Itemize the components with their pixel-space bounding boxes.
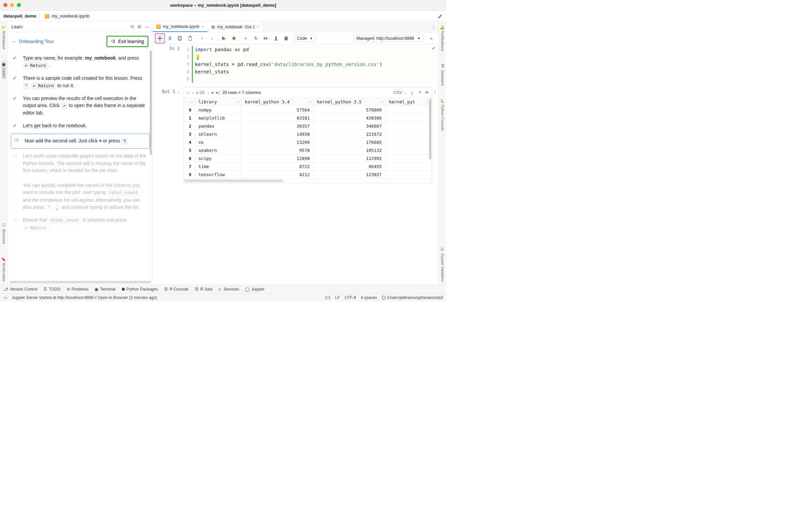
table-row[interactable]: 3sklearn14938222672 — [184, 130, 432, 139]
learn-step[interactable]: ✔You can preview the results of the cell… — [8, 92, 152, 120]
status-indent[interactable]: 4 spaces — [361, 295, 377, 300]
table-row[interactable]: 0numpy57564578800 — [184, 106, 432, 114]
status-eol[interactable]: LF — [335, 295, 340, 300]
move-up-button[interactable]: ↑ — [197, 34, 206, 43]
learn-step[interactable]: ✔Type any name, for example, my_notebook… — [8, 52, 152, 72]
breadcrumb[interactable]: dataspell_demo 〉 my_notebook.ipynb — [3, 13, 89, 19]
table-row[interactable]: 5seaborn9578105132 — [184, 147, 432, 154]
page-range[interactable]: 1-10 — [196, 90, 204, 95]
tw-version-control[interactable]: ⎇Version Control — [3, 287, 37, 292]
bulb-icon[interactable]: 💡 — [195, 53, 200, 61]
table-header[interactable]: kernel_pyt▴▾ — [385, 98, 432, 106]
csv-export[interactable]: CSV ⌄ — [394, 90, 407, 95]
status-interpreter[interactable]: /Users/jetbrains/opt/anaconda3 — [382, 295, 443, 300]
next-page-icon[interactable]: ▸ — [212, 90, 214, 95]
table-row[interactable]: 6scipy12898112992 — [184, 154, 432, 163]
scrollbar[interactable] — [429, 99, 431, 159]
paste-button[interactable] — [186, 34, 195, 43]
scrollbar-horizontal[interactable] — [184, 179, 283, 182]
cell-type-select[interactable]: Code ▼ — [294, 35, 316, 42]
rail-notifications[interactable]: 🔔Notifications — [440, 24, 445, 52]
kernel-select[interactable]: Managed: http://localhost:8888 ▼ — [354, 35, 423, 42]
more-toolbar-icon[interactable]: » — [427, 34, 435, 43]
table-header[interactable]: library▴▾ — [195, 98, 241, 106]
rail-database[interactable]: 🗄Database — [440, 63, 445, 87]
learn-step[interactable]: 10Ensure that total_count is selected an… — [8, 214, 152, 234]
run-all-button[interactable] — [261, 34, 270, 43]
gear-icon[interactable]: ⚙ — [137, 24, 141, 29]
breadcrumb-project[interactable]: dataspell_demo — [3, 14, 36, 19]
tw-problems[interactable]: ⊘Problems — [67, 287, 89, 292]
chevron-down-icon[interactable]: ⌄ — [177, 89, 180, 94]
debug-button[interactable] — [230, 34, 238, 43]
svg-rect-3 — [190, 36, 191, 37]
rail-jupyter-vars[interactable]: ☰Jupyter Variables — [440, 246, 445, 283]
scrollbar[interactable] — [150, 50, 152, 155]
close-icon[interactable]: × — [201, 24, 204, 29]
tw-jupyter[interactable]: ◯Jupyter — [245, 287, 264, 292]
minimize-icon[interactable]: — — [145, 24, 149, 29]
close-icon[interactable]: × — [257, 24, 260, 29]
rail-python-console[interactable]: 🐍Python Console — [440, 97, 445, 132]
add-cell-button[interactable] — [155, 34, 164, 43]
prev-page-icon[interactable]: ◂ — [192, 90, 194, 95]
restart-button[interactable]: ↻ — [252, 34, 260, 43]
status-message[interactable]: Jupyter Server started at http://localho… — [12, 295, 157, 300]
status-encoding[interactable]: UTF-8 — [345, 295, 356, 300]
eye-icon[interactable]: 👁 — [425, 90, 429, 95]
clear-output-button[interactable] — [272, 34, 280, 43]
rail-bookmarks[interactable]: 🔖Bookmarks — [2, 256, 6, 283]
first-page-icon[interactable]: |◂ — [186, 90, 190, 95]
delete-button[interactable] — [282, 34, 291, 43]
more-tabs-icon[interactable]: ⋮ — [428, 22, 438, 32]
tw-python-packages[interactable]: ⬢Python Packages — [122, 287, 158, 292]
close-window-icon[interactable] — [3, 3, 7, 7]
table-header[interactable]: kernel_python 3.4▴▾ — [241, 98, 313, 106]
table-header[interactable]: kernel_python 3.5▴▾ — [313, 98, 385, 106]
table-row[interactable]: 1matplotlib43181438386 — [184, 114, 432, 122]
tw-r-console[interactable]: ⓇR Console — [164, 286, 189, 292]
rail-workspace[interactable]: 📁Workspace — [2, 24, 6, 51]
reload-icon[interactable]: ⟲ — [130, 24, 134, 29]
rail-learn[interactable]: 🎓Learn — [2, 61, 6, 79]
table-row[interactable]: 7time872286455 — [184, 163, 432, 171]
table-row[interactable]: 2pandas36357346667 — [184, 122, 432, 130]
learn-step[interactable]: 09Let's build some matplotlib graphs bas… — [8, 150, 152, 214]
interrupt-button[interactable]: ■ — [241, 34, 250, 43]
chevron-down-icon[interactable]: ⌄ — [207, 91, 210, 94]
zoom-window-icon[interactable] — [17, 3, 21, 7]
code-editor[interactable]: import pandas as pd💡kernel_stats = pd.re… — [192, 46, 438, 83]
minimize-window-icon[interactable] — [10, 3, 14, 7]
table-header[interactable]: ▴▾ — [184, 98, 195, 106]
breadcrumb-file[interactable]: my_notebook.ipynb — [51, 14, 89, 19]
edit-icon[interactable] — [438, 14, 443, 19]
tw-r-jobs[interactable]: ⓇR Jobs — [195, 286, 213, 292]
learn-step[interactable]: 08Now add the second cell. Just click + … — [11, 134, 150, 148]
data-table[interactable]: ▴▾library▴▾kernel_python 3.4▴▾kernel_pyt… — [184, 98, 432, 179]
cut-button[interactable] — [166, 34, 174, 43]
move-down-button[interactable]: ↓ — [208, 34, 216, 43]
tab-notebook[interactable]: my_notebook.ipynb × — [153, 22, 208, 32]
tw-services[interactable]: ▷Services — [219, 287, 239, 292]
status-caret[interactable]: 1:1 — [325, 295, 331, 300]
notebook-body[interactable]: ✔ In 1 12345 import pandas as pd💡kernel_… — [153, 44, 438, 285]
learn-step[interactable]: ✔Let's get back to the notebook. — [8, 120, 152, 132]
back-link[interactable]: ← Onboarding Tour — [12, 39, 54, 44]
last-page-icon[interactable]: ▸| — [216, 90, 219, 95]
code-cell[interactable]: In 1 12345 import pandas as pd💡kernel_st… — [153, 46, 438, 83]
tw-todo[interactable]: ☰TODO — [43, 287, 60, 292]
exit-learning-button[interactable]: Exit learning — [106, 36, 148, 47]
run-cell-button[interactable] — [219, 34, 228, 43]
scrollbar-horizontal[interactable] — [9, 281, 151, 283]
download-icon[interactable]: ⭳ — [410, 90, 414, 95]
rail-structure[interactable]: ☷Structure — [2, 221, 6, 246]
tw-terminal[interactable]: ▣Terminal — [94, 287, 115, 292]
status-notif-icon[interactable]: ▭ — [3, 295, 7, 300]
tab-output[interactable]: ▦ my_notebook: Out 1 × — [208, 22, 263, 32]
table-row[interactable]: 4os13200176685 — [184, 139, 432, 147]
learn-step[interactable]: ✔There is a sample code cell created for… — [8, 72, 152, 92]
open-tab-icon[interactable]: ↗ — [418, 90, 422, 95]
table-row[interactable]: 8tensorflow4212123837 — [184, 171, 432, 179]
copy-button[interactable] — [176, 34, 185, 43]
more-output-icon[interactable]: ⋮ — [433, 89, 437, 94]
